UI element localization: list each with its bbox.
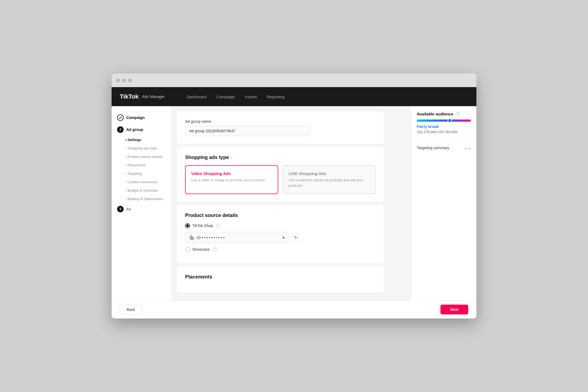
refresh-button[interactable]: ↻ [291,233,300,242]
audience-bar [417,120,471,122]
dropdown-chevron-icon: ▾ [283,235,284,240]
placements-title: Placements [185,274,376,280]
step2-label: Ad group [126,127,143,132]
logo: TikTok: Ads Manager [120,93,165,100]
app-window: TikTok: Ads Manager Dashboard Campaign A… [112,74,476,318]
sidebar-sub-budget-schedule[interactable]: Budget & Schedule [112,186,171,195]
nav-assets[interactable]: Assets [245,94,257,99]
product-source-section: Product source details TikTok Shop ? 🏪 I… [177,205,384,263]
sidebar: Campaign 2 Ad group Settings Shopping ad… [112,106,171,300]
video-shopping-ads-desc: Use a video or image to promote your pro… [191,177,272,183]
nav-dashboard[interactable]: Dashboard [186,94,206,99]
traffic-light-green [128,78,132,82]
right-panel: Available audience ? Fairly broad 101,27… [411,106,476,300]
shop-id-dropdown[interactable]: 🏪 ID • • • • • • • • • • ▾ [185,232,289,243]
dropdown-left: 🏪 ID • • • • • • • • • • [189,235,225,240]
sidebar-step2-adgroup[interactable]: 2 Ad group [112,124,171,136]
tiktok-shop-label: TikTok Shop [192,223,213,228]
main-layout: Campaign 2 Ad group Settings Shopping ad… [112,106,476,300]
content-inner: Ad group name Shopping ads type Video Sh… [171,106,389,300]
audience-help-icon[interactable]: ? [456,112,460,116]
main-content: Ad group name Shopping ads type Video Sh… [171,106,411,300]
showcase-label: Showcase [192,247,210,252]
tiktok-shop-radio-row: TikTok Shop ? [185,223,376,228]
audience-title-text: Available audience [417,112,454,116]
live-shopping-ads-desc: Use a real-time stream to promote and se… [289,177,370,188]
ad-group-name-section: Ad group name [177,112,384,144]
shopping-ads-type-title: Shopping ads type [185,155,376,160]
ad-group-name-input[interactable] [185,126,310,136]
ad-group-name-label: Ad group name [185,119,376,124]
topnav: TikTok: Ads Manager Dashboard Campaign A… [112,87,476,106]
step1-check-icon [117,114,124,121]
targeting-summary-label: Targeting summary [417,146,449,150]
sidebar-step1-campaign[interactable]: Campaign [112,112,171,124]
logo-text: TikTok: [120,93,140,100]
dropdown-row: 🏪 ID • • • • • • • • • • ▾ ↻ [185,232,376,243]
showcase-radio[interactable] [185,247,190,252]
nav-reporting[interactable]: Reporting [267,94,284,99]
shop-icon: 🏪 [189,235,195,240]
dropdown-value: ID • • • • • • • • • • [197,235,225,240]
back-button[interactable]: Back [120,304,142,315]
audience-indicator [448,118,452,123]
logo-sub: Ads Manager [142,94,165,99]
nav-campaign[interactable]: Campaign [216,94,235,99]
tiktok-shop-radio[interactable] [185,223,190,228]
shopping-ads-type-section: Shopping ads type Video Shopping Ads Use… [177,147,384,202]
targeting-summary[interactable]: Targeting summary ⌄⌄ [417,140,471,150]
showcase-help-icon[interactable]: ? [213,247,217,252]
live-shopping-ads-title: LIVE Shopping Ads [289,171,370,176]
sidebar-step3-ad[interactable]: 3 Ad [112,203,171,215]
title-bar [112,74,476,87]
logo-dot: : [139,93,140,100]
sidebar-sub-product-source[interactable]: Product source details [112,152,171,161]
video-shopping-ads-card[interactable]: Video Shopping Ads Use a video or image … [185,165,278,194]
step1-label: Campaign [126,115,145,120]
next-button[interactable]: Next [440,305,468,314]
audience-label: Fairly broad [417,124,471,129]
targeting-summary-chevron-icon: ⌄⌄ [464,145,471,150]
sidebar-sub-content-exclusions[interactable]: Content exclusions [112,178,171,186]
topnav-links: Dashboard Campaign Assets Reporting [186,94,284,99]
placements-section: Placements [177,267,384,292]
product-source-title: Product source details [185,213,376,218]
sidebar-sub-placements[interactable]: Placements [112,161,171,169]
tiktok-shop-help-icon[interactable]: ? [216,223,220,228]
traffic-light-yellow [122,78,126,82]
step2-circle: 2 [117,126,124,133]
showcase-radio-row: Showcase ? [185,247,376,252]
sidebar-sub-targeting[interactable]: Targeting [112,169,171,178]
sidebar-sub-settings[interactable]: Settings [112,136,171,144]
ads-type-cards: Video Shopping Ads Use a video or image … [185,165,376,194]
step3-label: Ad [126,207,131,211]
sidebar-sub-bidding-optimization[interactable]: Bidding & Optimization [112,195,171,203]
video-shopping-ads-title: Video Shopping Ads [191,171,272,176]
audience-title: Available audience ? [417,112,471,116]
step3-circle: 3 [117,206,124,212]
live-shopping-ads-card[interactable]: LIVE Shopping Ads Use a real-time stream… [283,165,376,194]
traffic-light-red [116,78,120,82]
footer: Back Next [112,300,476,318]
audience-range: 101,276,000-123,783,000 [417,130,471,134]
sidebar-sub-shopping-ads-type[interactable]: Shopping ads type [112,144,171,152]
